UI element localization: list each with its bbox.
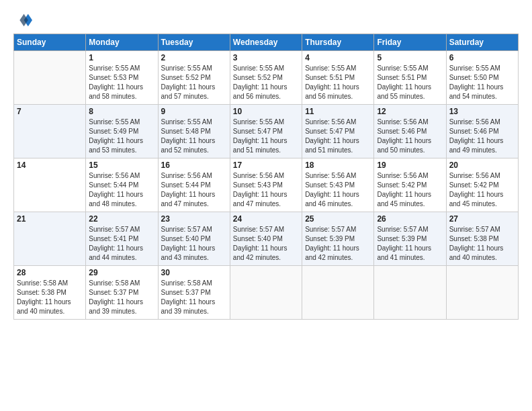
day-cell: 21 (14, 212, 86, 266)
day-number: 27 (449, 214, 515, 224)
day-cell: 3Sunrise: 5:55 AMSunset: 5:52 PMDaylight… (230, 51, 302, 105)
logo-icon (13, 11, 32, 30)
calendar-table: SundayMondayTuesdayWednesdayThursdayFrid… (13, 34, 519, 320)
day-number: 25 (305, 214, 371, 224)
day-info: Sunrise: 5:56 AMSunset: 5:46 PMDaylight:… (449, 118, 515, 155)
day-cell: 9Sunrise: 5:55 AMSunset: 5:48 PMDaylight… (158, 105, 230, 158)
day-cell: 20Sunrise: 5:56 AMSunset: 5:42 PMDayligh… (446, 158, 518, 212)
day-info: Sunrise: 5:55 AMSunset: 5:50 PMDaylight:… (449, 64, 515, 101)
week-row-5: 28Sunrise: 5:58 AMSunset: 5:38 PMDayligh… (14, 266, 519, 320)
day-cell: 6Sunrise: 5:55 AMSunset: 5:50 PMDaylight… (446, 51, 518, 105)
day-cell: 27Sunrise: 5:57 AMSunset: 5:38 PMDayligh… (446, 212, 518, 266)
day-info: Sunrise: 5:58 AMSunset: 5:37 PMDaylight:… (89, 279, 154, 316)
day-cell: 8Sunrise: 5:55 AMSunset: 5:49 PMDaylight… (86, 105, 158, 158)
day-cell: 10Sunrise: 5:55 AMSunset: 5:47 PMDayligh… (230, 105, 302, 158)
day-cell (374, 266, 446, 320)
day-info: Sunrise: 5:56 AMSunset: 5:42 PMDaylight:… (377, 171, 443, 209)
day-number: 29 (89, 268, 154, 277)
day-info: Sunrise: 5:56 AMSunset: 5:43 PMDaylight:… (305, 171, 371, 209)
col-header-monday: Monday (86, 34, 158, 51)
day-cell: 17Sunrise: 5:56 AMSunset: 5:43 PMDayligh… (230, 158, 302, 212)
day-number: 13 (449, 107, 515, 116)
day-cell: 11Sunrise: 5:56 AMSunset: 5:47 PMDayligh… (302, 105, 374, 158)
day-cell: 19Sunrise: 5:56 AMSunset: 5:42 PMDayligh… (374, 158, 446, 212)
day-number: 19 (377, 161, 443, 170)
day-info: Sunrise: 5:55 AMSunset: 5:51 PMDaylight:… (305, 64, 371, 101)
day-cell: 30Sunrise: 5:58 AMSunset: 5:37 PMDayligh… (158, 266, 230, 320)
day-cell: 24Sunrise: 5:57 AMSunset: 5:40 PMDayligh… (230, 212, 302, 266)
col-header-tuesday: Tuesday (158, 34, 230, 51)
day-cell: 16Sunrise: 5:56 AMSunset: 5:44 PMDayligh… (158, 158, 230, 212)
day-number: 6 (449, 53, 515, 62)
day-cell: 7 (14, 105, 86, 158)
day-number: 17 (233, 161, 299, 170)
day-number: 3 (233, 53, 299, 62)
week-row-1: 1Sunrise: 5:55 AMSunset: 5:53 PMDaylight… (14, 51, 519, 105)
day-number: 14 (17, 161, 83, 170)
day-number: 1 (89, 53, 154, 62)
day-number: 18 (305, 161, 371, 170)
day-cell (14, 51, 86, 105)
day-cell: 25Sunrise: 5:57 AMSunset: 5:39 PMDayligh… (302, 212, 374, 266)
day-info: Sunrise: 5:56 AMSunset: 5:44 PMDaylight:… (161, 171, 227, 209)
week-row-4: 2122Sunrise: 5:57 AMSunset: 5:41 PMDayli… (14, 212, 519, 266)
day-number: 5 (377, 53, 443, 62)
day-info: Sunrise: 5:57 AMSunset: 5:38 PMDaylight:… (449, 225, 515, 263)
day-info: Sunrise: 5:55 AMSunset: 5:51 PMDaylight:… (377, 64, 443, 101)
day-info: Sunrise: 5:55 AMSunset: 5:47 PMDaylight:… (233, 118, 299, 155)
day-info: Sunrise: 5:56 AMSunset: 5:44 PMDaylight:… (89, 171, 154, 209)
day-info: Sunrise: 5:58 AMSunset: 5:38 PMDaylight:… (17, 279, 83, 316)
day-info: Sunrise: 5:56 AMSunset: 5:47 PMDaylight:… (305, 118, 371, 155)
day-cell: 1Sunrise: 5:55 AMSunset: 5:53 PMDaylight… (86, 51, 158, 105)
day-info: Sunrise: 5:55 AMSunset: 5:49 PMDaylight:… (89, 118, 154, 155)
day-cell: 23Sunrise: 5:57 AMSunset: 5:40 PMDayligh… (158, 212, 230, 266)
day-cell: 28Sunrise: 5:58 AMSunset: 5:38 PMDayligh… (14, 266, 86, 320)
day-info: Sunrise: 5:55 AMSunset: 5:52 PMDaylight:… (161, 64, 227, 101)
day-number: 12 (377, 107, 443, 116)
logo (13, 11, 35, 30)
day-number: 4 (305, 53, 371, 62)
day-info: Sunrise: 5:58 AMSunset: 5:37 PMDaylight:… (161, 279, 227, 316)
day-number: 23 (161, 214, 227, 224)
col-header-saturday: Saturday (446, 34, 518, 51)
day-number: 28 (17, 268, 83, 277)
col-header-sunday: Sunday (14, 34, 86, 51)
day-number: 24 (233, 214, 299, 224)
week-row-2: 78Sunrise: 5:55 AMSunset: 5:49 PMDayligh… (14, 105, 519, 158)
day-cell: 18Sunrise: 5:56 AMSunset: 5:43 PMDayligh… (302, 158, 374, 212)
day-info: Sunrise: 5:57 AMSunset: 5:40 PMDaylight:… (161, 225, 227, 263)
day-info: Sunrise: 5:55 AMSunset: 5:52 PMDaylight:… (233, 64, 299, 101)
day-cell: 26Sunrise: 5:57 AMSunset: 5:39 PMDayligh… (374, 212, 446, 266)
day-info: Sunrise: 5:56 AMSunset: 5:42 PMDaylight:… (449, 171, 515, 209)
day-number: 7 (17, 107, 83, 116)
week-row-3: 1415Sunrise: 5:56 AMSunset: 5:44 PMDayli… (14, 158, 519, 212)
svg-marker-1 (19, 14, 28, 27)
day-number: 30 (161, 268, 227, 277)
day-info: Sunrise: 5:55 AMSunset: 5:48 PMDaylight:… (161, 118, 227, 155)
day-number: 2 (161, 53, 227, 62)
day-cell: 5Sunrise: 5:55 AMSunset: 5:51 PMDaylight… (374, 51, 446, 105)
day-number: 16 (161, 161, 227, 170)
day-number: 21 (17, 214, 83, 224)
day-cell (446, 266, 518, 320)
day-number: 15 (89, 161, 154, 170)
day-info: Sunrise: 5:56 AMSunset: 5:43 PMDaylight:… (233, 171, 299, 209)
day-cell: 13Sunrise: 5:56 AMSunset: 5:46 PMDayligh… (446, 105, 518, 158)
col-header-wednesday: Wednesday (230, 34, 302, 51)
day-info: Sunrise: 5:57 AMSunset: 5:39 PMDaylight:… (305, 225, 371, 263)
day-number: 11 (305, 107, 371, 116)
header (13, 11, 519, 30)
day-number: 20 (449, 161, 515, 170)
day-number: 9 (161, 107, 227, 116)
col-header-friday: Friday (374, 34, 446, 51)
day-number: 8 (89, 107, 154, 116)
day-cell: 14 (14, 158, 86, 212)
day-cell (302, 266, 374, 320)
day-info: Sunrise: 5:57 AMSunset: 5:41 PMDaylight:… (89, 225, 154, 263)
day-cell: 2Sunrise: 5:55 AMSunset: 5:52 PMDaylight… (158, 51, 230, 105)
col-header-thursday: Thursday (302, 34, 374, 51)
day-info: Sunrise: 5:57 AMSunset: 5:40 PMDaylight:… (233, 225, 299, 263)
day-info: Sunrise: 5:56 AMSunset: 5:46 PMDaylight:… (377, 118, 443, 155)
day-cell (230, 266, 302, 320)
day-cell: 12Sunrise: 5:56 AMSunset: 5:46 PMDayligh… (374, 105, 446, 158)
